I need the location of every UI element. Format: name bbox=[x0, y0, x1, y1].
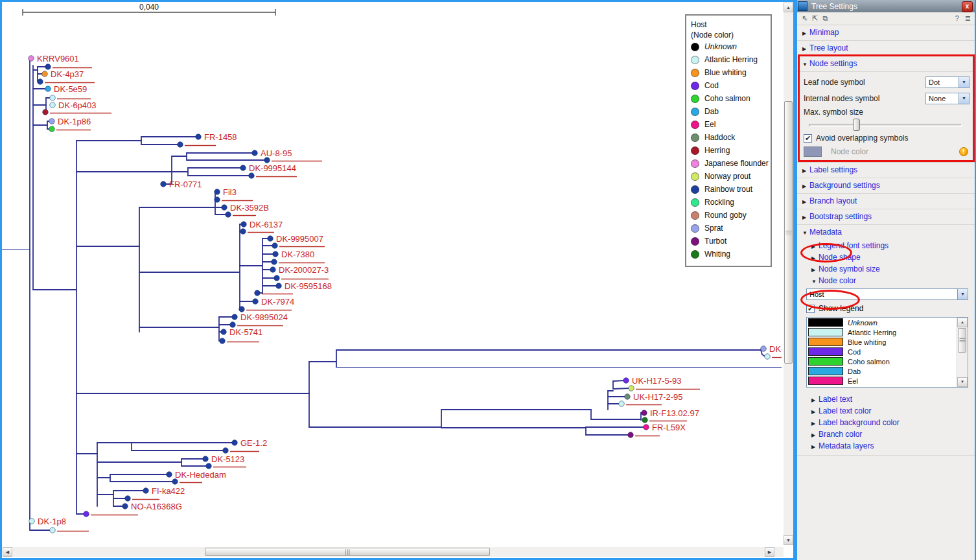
section-minimap[interactable]: ▶Minimap bbox=[797, 25, 975, 41]
leaf-node-dot[interactable] bbox=[761, 346, 767, 352]
list-scroll-thumb[interactable] bbox=[958, 328, 966, 353]
subsection-node-color[interactable]: ▼Node color bbox=[797, 275, 975, 286]
leaf-node-dot[interactable] bbox=[241, 222, 247, 228]
leaf-node-dot[interactable] bbox=[143, 488, 149, 494]
leaf-label[interactable]: FI-ka422 bbox=[152, 486, 185, 496]
host-list-scrollbar[interactable]: ▲ ▼ bbox=[957, 318, 968, 387]
leaf-label[interactable]: FR-0771 bbox=[169, 180, 202, 189]
leaf-label[interactable]: DK-4p37 bbox=[51, 69, 84, 79]
leaf-node-dot[interactable] bbox=[167, 472, 172, 478]
leaf-node-dot[interactable] bbox=[49, 119, 55, 124]
leaf-node-dot[interactable] bbox=[122, 504, 128, 509]
vertical-scroll-thumb[interactable] bbox=[784, 101, 793, 364]
host-list-item[interactable]: Dab bbox=[807, 366, 968, 376]
leaf-label[interactable]: DK-9995007 bbox=[276, 234, 323, 244]
leaf-node-dot[interactable] bbox=[43, 110, 49, 115]
leaf-node-dot[interactable] bbox=[50, 102, 56, 108]
leaf-label[interactable]: DK-9895024 bbox=[240, 312, 288, 322]
leaf-node-dot[interactable] bbox=[642, 410, 647, 416]
metadata-category-dropdown[interactable]: Host ▼ bbox=[806, 288, 968, 300]
leaf-node-dot[interactable] bbox=[29, 519, 35, 524]
host-color-list[interactable]: UnknownAtlantic HerringBlue whitingCodCo… bbox=[806, 317, 968, 388]
scroll-down-button[interactable]: ▼ bbox=[784, 535, 793, 545]
leaf-node-dot[interactable] bbox=[619, 401, 625, 407]
leaf-node-dot[interactable] bbox=[240, 229, 246, 235]
leaf-node-dot[interactable] bbox=[274, 275, 280, 281]
leaf-node-dot[interactable] bbox=[50, 95, 56, 101]
leaf-label[interactable]: DK-Hededam bbox=[175, 470, 226, 480]
leaf-label[interactable]: IR-F13.02.97 bbox=[650, 408, 699, 418]
node-color-swatch[interactable] bbox=[804, 146, 822, 157]
host-list-item[interactable]: Blue whiting bbox=[807, 337, 968, 347]
help-icon[interactable]: ? bbox=[955, 14, 959, 23]
leaf-node-dot[interactable] bbox=[629, 386, 634, 391]
internal-nodes-symbol-dropdown[interactable]: None ▼ bbox=[925, 93, 970, 104]
leaf-label[interactable]: DK-1 bbox=[769, 344, 782, 354]
leaf-node-dot[interactable] bbox=[268, 236, 273, 242]
leaf-node-dot[interactable] bbox=[178, 142, 183, 148]
leaf-label[interactable]: Fil3 bbox=[223, 187, 237, 197]
host-list-item[interactable]: Eel bbox=[807, 376, 968, 386]
leaf-label[interactable]: FR-1458 bbox=[204, 132, 237, 142]
leaf-node-dot[interactable] bbox=[203, 456, 209, 462]
leaf-node-dot[interactable] bbox=[45, 86, 51, 92]
leaf-label[interactable]: KRRV9601 bbox=[37, 54, 79, 64]
subsection-label-background-color[interactable]: ▶Label background color bbox=[797, 417, 975, 428]
section-bootstrap-settings[interactable]: ▶Bootstrap settings bbox=[797, 209, 975, 225]
leaf-node-symbol-dropdown[interactable]: Dot ▼ bbox=[925, 76, 970, 88]
phylogenetic-tree-canvas[interactable]: 0,040KRRV9601DK-4p37DK-5e59DK-6p403DK-1p… bbox=[2, 2, 782, 543]
leaf-node-dot[interactable] bbox=[50, 528, 56, 533]
subsection-branch-color[interactable]: ▶Branch color bbox=[797, 428, 975, 440]
section-node-settings[interactable]: ▼Node settings bbox=[797, 56, 975, 72]
leaf-node-dot[interactable] bbox=[42, 71, 48, 77]
leaf-node-dot[interactable] bbox=[623, 378, 629, 384]
scroll-down-button[interactable]: ▼ bbox=[957, 377, 968, 387]
leaf-node-dot[interactable] bbox=[765, 354, 771, 360]
section-tree-layout[interactable]: ▶Tree layout bbox=[797, 41, 975, 56]
leaf-label[interactable]: NO-A16368G bbox=[131, 502, 182, 511]
leaf-label[interactable]: AU-8-95 bbox=[261, 148, 292, 158]
avoid-overlapping-checkbox[interactable]: ✔ bbox=[804, 134, 812, 143]
leaf-label[interactable]: DK-9595168 bbox=[285, 281, 332, 291]
leaf-label[interactable]: DK-5e59 bbox=[54, 84, 87, 94]
leaf-node-dot[interactable] bbox=[644, 425, 649, 430]
leaf-label[interactable]: UK-H17-5-93 bbox=[632, 376, 682, 386]
tree-vertical-scrollbar[interactable]: ▲ ▼ bbox=[784, 3, 793, 545]
slider-thumb[interactable] bbox=[853, 119, 860, 131]
leaf-label[interactable]: DK-1p8 bbox=[38, 517, 66, 526]
leaf-node-dot[interactable] bbox=[232, 314, 238, 320]
host-color-swatch[interactable] bbox=[808, 377, 843, 385]
dock-view-icon[interactable]: ⧉ bbox=[822, 14, 828, 23]
scroll-up-button[interactable]: ▲ bbox=[957, 318, 968, 327]
subsection-label-text[interactable]: ▶Label text bbox=[797, 393, 975, 405]
leaf-node-dot[interactable] bbox=[172, 479, 178, 485]
apply-cursor-icon[interactable]: ⇱ bbox=[812, 14, 818, 23]
section-metadata[interactable]: ▼Metadata bbox=[797, 225, 975, 240]
leaf-node-dot[interactable] bbox=[29, 56, 34, 62]
host-color-swatch[interactable] bbox=[808, 318, 843, 327]
subsection-label-text-color[interactable]: ▶Label text color bbox=[797, 405, 975, 417]
leaf-node-dot[interactable] bbox=[220, 338, 226, 344]
leaf-label[interactable]: GE-1.2 bbox=[240, 438, 267, 448]
cursor-icon[interactable]: ⇖ bbox=[802, 14, 808, 23]
leaf-label[interactable]: DK-5741 bbox=[229, 327, 262, 337]
leaf-node-dot[interactable] bbox=[270, 267, 276, 273]
leaf-label[interactable]: DK-1p86 bbox=[58, 117, 91, 126]
scroll-up-button[interactable]: ▲ bbox=[784, 3, 793, 12]
leaf-node-dot[interactable] bbox=[255, 290, 261, 296]
leaf-node-dot[interactable] bbox=[273, 251, 279, 257]
horizontal-scroll-thumb[interactable] bbox=[205, 548, 490, 556]
close-icon[interactable]: x bbox=[962, 1, 973, 12]
leaf-node-dot[interactable] bbox=[161, 181, 167, 187]
leaf-node-dot[interactable] bbox=[625, 394, 631, 400]
scroll-right-button[interactable]: ▶ bbox=[765, 547, 774, 557]
leaf-node-dot[interactable] bbox=[272, 243, 278, 249]
leaf-label[interactable]: DK-9995144 bbox=[249, 163, 296, 173]
leaf-node-dot[interactable] bbox=[125, 496, 131, 502]
leaf-label[interactable]: DK-7974 bbox=[261, 297, 294, 307]
host-color-swatch[interactable] bbox=[808, 338, 843, 346]
section-background-settings[interactable]: ▶Background settings bbox=[797, 178, 975, 194]
show-legend-checkbox[interactable]: ✔ bbox=[806, 305, 815, 313]
max-symbol-size-slider[interactable] bbox=[804, 118, 970, 131]
leaf-node-dot[interactable] bbox=[38, 79, 43, 85]
